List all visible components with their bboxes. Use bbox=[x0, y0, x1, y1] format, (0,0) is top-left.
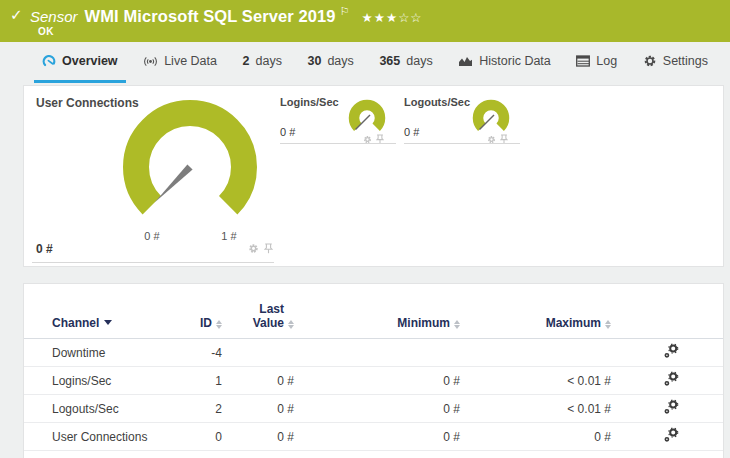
gauge-scale-min: 0 # bbox=[144, 230, 159, 242]
channel-settings-icon[interactable] bbox=[663, 427, 679, 443]
tab-bar: Overview Live Data 2 days 30 days 365 da… bbox=[0, 42, 730, 85]
tab-number: 30 bbox=[308, 54, 322, 68]
tab-label: days bbox=[327, 54, 353, 68]
gauge-divider bbox=[32, 262, 274, 263]
tab-log[interactable]: Log bbox=[568, 42, 625, 83]
sort-desc-icon bbox=[104, 320, 112, 325]
channel-last-value: 0 # bbox=[222, 374, 294, 388]
column-header-maximum[interactable]: Maximum bbox=[460, 316, 611, 330]
channel-name: Downtime bbox=[52, 346, 186, 360]
histogram-icon bbox=[458, 55, 473, 67]
channel-row[interactable]: User Connections 0 0 # 0 # 0 # bbox=[24, 423, 723, 451]
channel-id: 0 bbox=[186, 430, 222, 444]
channel-maximum: 0 # bbox=[460, 430, 611, 444]
channel-id: -4 bbox=[186, 346, 222, 360]
gauge-gear-icon[interactable] bbox=[248, 243, 259, 254]
channel-name: Logouts/Sec bbox=[52, 402, 186, 416]
channel-row[interactable]: Logouts/Sec 2 0 # 0 # < 0.01 # bbox=[24, 395, 723, 423]
channel-name: User Connections bbox=[52, 430, 186, 444]
gauges-panel: User Connections 0 # 1 # 0 # Logins/Sec … bbox=[23, 85, 724, 267]
flag-icon[interactable]: ⚐ bbox=[340, 5, 350, 18]
sensor-title: WMI Microsoft SQL Server 2019 bbox=[85, 7, 336, 25]
gauge-scale-max: 1 # bbox=[221, 230, 236, 242]
channel-name: Logins/Sec bbox=[52, 374, 186, 388]
tab-label: Log bbox=[596, 54, 617, 68]
column-header-minimum[interactable]: Minimum bbox=[294, 316, 460, 330]
channel-id: 1 bbox=[186, 374, 222, 388]
tab-overview[interactable]: Overview bbox=[34, 42, 126, 83]
tab-label: Settings bbox=[663, 54, 708, 68]
mini-gauge-title: Logins/Sec bbox=[280, 96, 339, 108]
mini-gauge-value: 0 # bbox=[280, 126, 295, 138]
tab-label: days bbox=[406, 54, 432, 68]
channel-id: 2 bbox=[186, 402, 222, 416]
log-icon bbox=[576, 55, 590, 67]
gauge-divider bbox=[280, 143, 396, 144]
tab-number: 2 bbox=[243, 54, 250, 68]
tab-live-data[interactable]: Live Data bbox=[135, 42, 225, 83]
channel-row[interactable]: Downtime -4 bbox=[24, 339, 723, 367]
stars-empty[interactable]: ☆☆ bbox=[398, 10, 422, 25]
user-connections-gauge bbox=[110, 99, 270, 229]
ok-check-icon: ✓ bbox=[10, 6, 23, 24]
sensor-status-banner: ✓ SensorWMI Microsoft SQL Server 2019⚐★★… bbox=[0, 0, 730, 42]
channel-table-panel: Channel ID Last Value Minimum Maximum Do… bbox=[23, 283, 724, 458]
channel-settings-icon[interactable] bbox=[663, 399, 679, 415]
tab-label: days bbox=[256, 54, 282, 68]
channel-settings-icon[interactable] bbox=[663, 371, 679, 387]
main-gauge-value: 0 # bbox=[36, 242, 53, 256]
column-header-channel[interactable]: Channel bbox=[52, 316, 186, 330]
tab-30-days[interactable]: 30 days bbox=[300, 42, 362, 83]
channel-last-value: 0 # bbox=[222, 430, 294, 444]
channel-last-value: 0 # bbox=[222, 402, 294, 416]
stars-filled[interactable]: ★★★ bbox=[362, 10, 399, 25]
gauge-pin-icon[interactable] bbox=[264, 243, 273, 254]
channel-minimum: 0 # bbox=[294, 374, 460, 388]
tab-2-days[interactable]: 2 days bbox=[235, 42, 290, 83]
channel-maximum: < 0.01 # bbox=[460, 374, 611, 388]
tab-365-days[interactable]: 365 days bbox=[371, 42, 440, 83]
gauge-icon bbox=[42, 54, 56, 68]
channel-minimum: 0 # bbox=[294, 430, 460, 444]
gear-icon bbox=[643, 54, 657, 68]
mini-gauge-logins: Logins/Sec 0 # bbox=[280, 86, 396, 148]
table-header-row: Channel ID Last Value Minimum Maximum bbox=[24, 284, 723, 339]
channel-settings-icon[interactable] bbox=[663, 343, 679, 359]
column-header-id[interactable]: ID bbox=[186, 316, 222, 330]
tab-historic-data[interactable]: Historic Data bbox=[450, 42, 559, 83]
table-body: Downtime -4 Logins/Sec 1 0 # 0 # < 0.01 … bbox=[24, 339, 723, 451]
tab-settings[interactable]: Settings bbox=[635, 42, 716, 83]
sort-icon bbox=[605, 320, 611, 330]
status-badge: OK bbox=[38, 26, 54, 37]
live-data-icon bbox=[143, 55, 158, 68]
column-header-last-value[interactable]: Last Value bbox=[222, 302, 294, 330]
tab-label: Live Data bbox=[164, 54, 217, 68]
object-kind-label: Sensor bbox=[30, 8, 78, 25]
tab-label: Historic Data bbox=[479, 54, 551, 68]
mini-gauge-value: 0 # bbox=[404, 126, 419, 138]
tab-label: Overview bbox=[62, 54, 118, 68]
mini-gauge-logouts: Logouts/Sec 0 # bbox=[404, 86, 520, 148]
priority-stars[interactable]: ★★★☆☆ bbox=[362, 10, 423, 25]
mini-gauge-title: Logouts/Sec bbox=[404, 96, 470, 108]
channel-row[interactable]: Logins/Sec 1 0 # 0 # < 0.01 # bbox=[24, 367, 723, 395]
gauge-divider bbox=[404, 143, 520, 144]
channel-minimum: 0 # bbox=[294, 402, 460, 416]
channel-maximum: < 0.01 # bbox=[460, 402, 611, 416]
tab-number: 365 bbox=[379, 54, 400, 68]
